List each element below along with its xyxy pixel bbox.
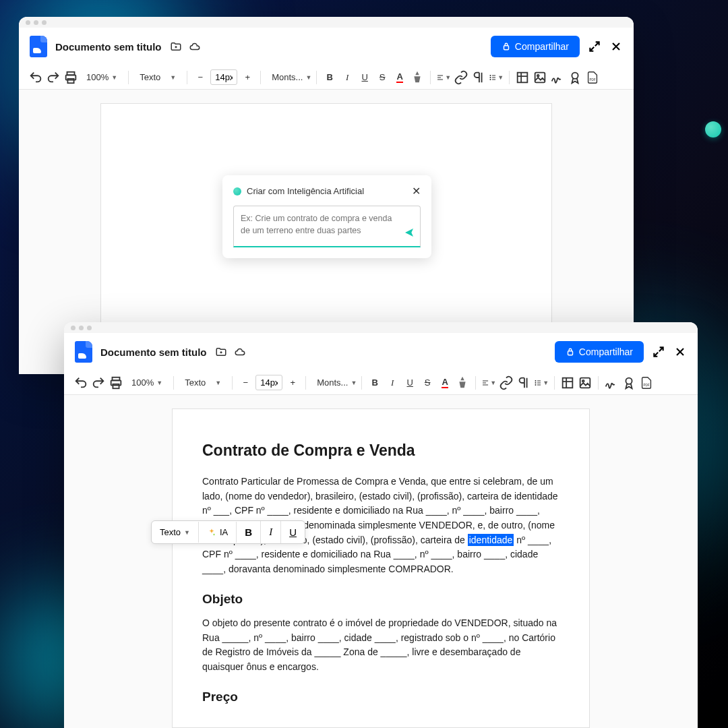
svg-point-5 [490,77,491,78]
ai-dialog-title: Criar com Inteligência Artificial [247,186,406,196]
highlight-button[interactable] [455,375,470,390]
font-decrease-button[interactable]: − [238,375,253,390]
canvas: Contrato de Compra e Venda Contrato Part… [64,395,698,728]
folder-icon[interactable] [215,346,227,358]
svg-point-9 [537,74,539,76]
zoom-select[interactable]: 100%▼ [81,69,123,85]
font-family-select[interactable]: Monts...▼ [266,69,311,85]
svg-rect-20 [580,377,590,388]
signature-icon[interactable] [550,70,565,85]
svg-text:PDF: PDF [644,383,650,386]
share-label: Compartilhar [579,346,633,357]
toolbar: 100%▼ Texto▼ − + Monts...▼ B I U S A ▼ ▼… [64,371,698,395]
underline-button[interactable]: U [402,375,417,390]
expand-icon[interactable] [588,40,601,53]
paragraph-button[interactable] [516,375,531,390]
expand-icon[interactable] [652,345,665,359]
svg-point-18 [535,384,536,385]
ai-dot-icon [233,187,241,195]
svg-point-21 [582,380,584,382]
undo-icon[interactable] [73,375,88,390]
toolbar: 100%▼ Texto▼ − + Monts...▼ B I U S A ▼ ▼… [19,65,634,90]
cloud-icon[interactable] [234,346,246,358]
underline-button[interactable]: U [357,70,372,85]
font-size-input[interactable] [255,375,282,390]
ai-bubble-icon[interactable] [705,121,721,138]
close-icon[interactable] [673,345,687,359]
folder-icon[interactable] [170,40,182,53]
pdf-icon[interactable]: PDF [585,70,600,85]
text-color-button[interactable]: A [392,70,407,85]
print-icon[interactable] [63,70,78,85]
svg-point-10 [572,72,578,78]
close-icon[interactable]: ✕ [412,185,421,198]
italic-button[interactable]: I [340,70,355,85]
link-button[interactable] [499,375,514,390]
cloud-icon[interactable] [189,40,201,53]
link-button[interactable] [454,70,468,85]
print-icon[interactable] [109,375,123,390]
doc-heading-2: Preço [202,690,559,704]
ai-dialog: Criar com Inteligência Artificial ✕ [222,175,431,258]
svg-point-16 [535,380,536,381]
style-select[interactable]: Texto▼ [152,522,199,543]
align-button[interactable]: ▼ [481,375,496,390]
share-button[interactable]: Compartilhar [491,36,580,57]
ai-prompt-input[interactable] [241,213,398,237]
bold-button[interactable]: B [237,521,261,543]
style-select[interactable]: Texto▼ [134,69,181,85]
ai-button[interactable]: IA [199,522,237,543]
bold-button[interactable]: B [322,70,337,85]
bold-button[interactable]: B [367,375,382,390]
strikethrough-button[interactable]: S [375,70,390,85]
selection-toolbar: Texto▼ IA B I U [151,520,305,544]
close-icon[interactable] [609,40,623,53]
font-decrease-button[interactable]: − [193,70,208,85]
svg-point-17 [535,382,536,383]
share-label: Compartilhar [515,41,569,52]
pdf-icon[interactable]: PDF [639,375,654,390]
style-select[interactable]: Texto▼ [179,375,226,390]
document-page[interactable]: Contrato de Compra e Venda Contrato Part… [172,408,590,728]
badge-icon[interactable] [568,70,582,85]
document-title[interactable]: Documento sem titulo [55,41,162,53]
font-size-input[interactable] [210,69,237,85]
header: Documento sem titulo Compartilhar [19,28,634,65]
doc-heading-1: Contrato de Compra e Venda [202,442,559,460]
doc-paragraph: O objeto do presente contrato é o imóvel… [202,616,559,675]
document-title[interactable]: Documento sem titulo [100,346,207,358]
titlebar [19,17,634,28]
titlebar [64,322,698,333]
badge-icon[interactable] [621,375,636,390]
italic-button[interactable]: I [261,521,281,543]
list-button[interactable]: ▼ [534,375,549,390]
redo-icon[interactable] [46,70,61,85]
text-color-button[interactable]: A [437,375,452,390]
paragraph-button[interactable] [471,70,486,85]
header: Documento sem titulo Compartilhar [64,333,698,371]
strikethrough-button[interactable]: S [420,375,435,390]
undo-icon[interactable] [28,70,43,85]
font-family-select[interactable]: Monts...▼ [311,375,356,390]
share-button[interactable]: Compartilhar [555,341,644,363]
image-button[interactable] [578,375,593,390]
svg-point-6 [490,79,491,80]
table-button[interactable] [515,70,530,85]
signature-icon[interactable] [604,375,619,390]
image-button[interactable] [533,70,547,85]
font-increase-button[interactable]: + [240,70,255,85]
svg-text:PDF: PDF [590,78,596,81]
align-button[interactable]: ▼ [436,70,451,85]
highlight-button[interactable] [410,70,425,85]
svg-rect-7 [518,72,528,82]
italic-button[interactable]: I [385,375,400,390]
list-button[interactable]: ▼ [489,70,504,85]
zoom-select[interactable]: 100%▼ [126,375,168,390]
table-button[interactable] [560,375,575,390]
redo-icon[interactable] [91,375,106,390]
selected-text[interactable]: identidade [468,534,514,546]
underline-button[interactable]: U [281,521,305,543]
send-icon[interactable] [404,227,415,241]
font-increase-button[interactable]: + [285,375,300,390]
svg-point-4 [490,75,491,75]
